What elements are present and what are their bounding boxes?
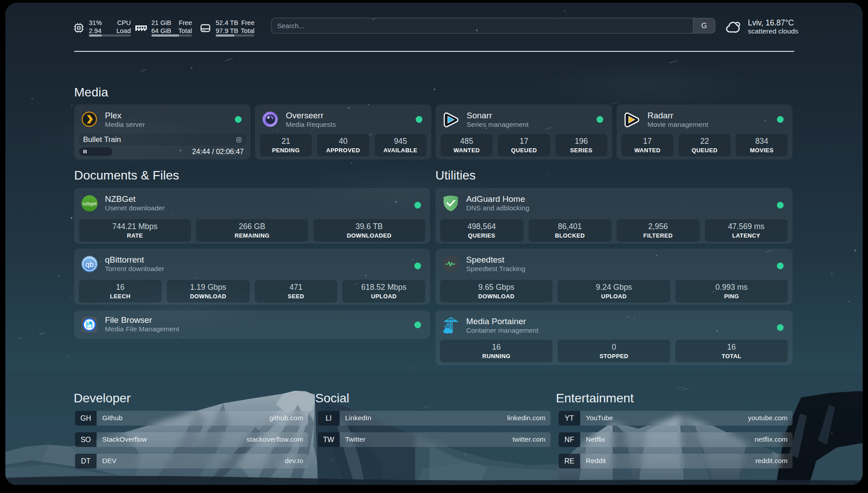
svg-text:qb: qb	[85, 260, 94, 269]
svg-text:nzbget: nzbget	[83, 201, 97, 206]
